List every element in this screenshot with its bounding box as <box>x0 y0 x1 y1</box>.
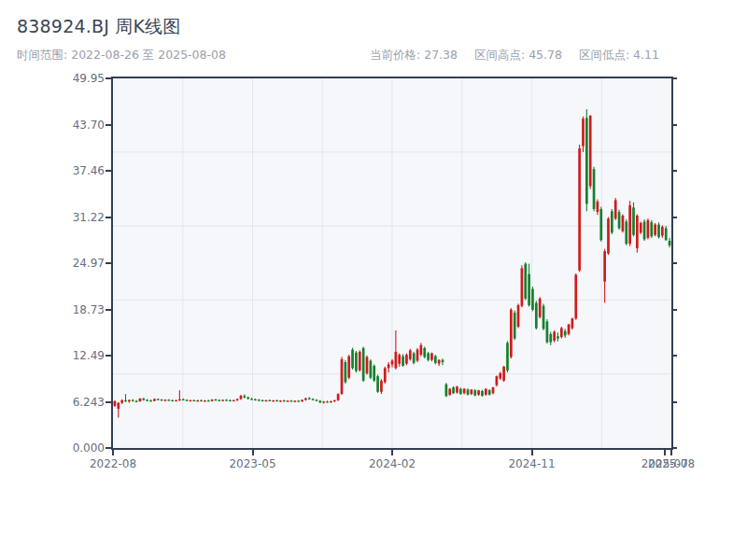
x-tick-mark <box>664 450 666 455</box>
candle-body <box>380 381 383 392</box>
x-tick-mark <box>391 450 393 455</box>
candle-body <box>268 400 271 401</box>
candle-body <box>445 385 448 397</box>
candle-body <box>430 354 433 360</box>
y-tick-label: 31.22 <box>35 211 105 224</box>
candle-body <box>258 399 261 400</box>
candle-body <box>643 221 646 239</box>
candle-body <box>622 216 625 231</box>
candle-body <box>215 399 218 400</box>
y-tick-mark <box>106 262 111 264</box>
candle-body <box>261 400 264 401</box>
candle-body <box>632 207 635 234</box>
y-tick-label: 43.70 <box>35 119 105 132</box>
y-tick-label: 37.46 <box>35 164 105 177</box>
candle-body <box>488 390 491 395</box>
candle-body <box>139 399 142 401</box>
candle-body <box>275 400 278 401</box>
candle-body <box>355 353 358 371</box>
candle-body <box>481 391 484 396</box>
chart-subheader: 时间范围: 2022-08-26 至 2025-08-08 当前价格: 27.3… <box>17 48 730 63</box>
candle-body <box>599 209 602 240</box>
candle-body <box>665 229 668 241</box>
candle-body <box>409 350 412 359</box>
candle-body <box>370 360 373 377</box>
candle-body <box>611 211 613 232</box>
candle-body <box>322 401 325 402</box>
candle-body <box>135 401 138 402</box>
x-tick-label: 2023-05 <box>216 457 290 470</box>
price-summary: 当前价格: 27.38 区间高点: 45.78 区间低点: 4.11 <box>370 48 672 63</box>
candle-body <box>373 366 375 381</box>
candle-body <box>452 387 455 393</box>
candle-body <box>398 355 401 364</box>
page-title: 838924.BJ 周K线图 <box>17 15 181 37</box>
candle-body <box>463 389 466 394</box>
y-tick-mark <box>106 355 111 357</box>
candle-body <box>521 268 524 305</box>
candle-body <box>229 400 232 401</box>
candle-body <box>647 220 650 238</box>
candle-body <box>506 343 509 370</box>
kline-page: 838924.BJ 周K线图 时间范围: 2022-08-26 至 2025-0… <box>0 0 747 560</box>
candle-body <box>456 386 458 392</box>
candle-body <box>535 303 538 329</box>
candle-body <box>543 306 545 329</box>
candle-body <box>614 200 617 218</box>
candle-body <box>157 399 160 400</box>
candle-body <box>250 399 253 399</box>
y-tick-mark <box>106 77 111 79</box>
candle-body <box>395 352 398 368</box>
y-tick-label: 6.243 <box>35 396 105 409</box>
candle-body <box>539 299 542 317</box>
candle-body <box>347 357 350 378</box>
candle-body <box>120 400 123 403</box>
candle-body <box>438 360 441 364</box>
candle-body <box>167 399 170 400</box>
candle-body <box>308 399 311 399</box>
candle-body <box>326 401 329 402</box>
candle-body <box>485 389 487 395</box>
candle-body <box>553 332 556 342</box>
candle-body <box>153 399 156 401</box>
candle-body <box>467 389 470 395</box>
candle-body <box>376 376 379 392</box>
candle-body <box>388 364 390 368</box>
x-tick-label: 2022-08 <box>76 457 150 470</box>
candle-body <box>628 205 631 244</box>
candle-body <box>603 251 606 282</box>
candle-body <box>211 399 214 401</box>
candle-body <box>207 400 210 401</box>
candle-body <box>650 222 653 236</box>
candle-body <box>625 221 627 244</box>
x-tick-mark <box>112 450 114 455</box>
candle-body <box>416 350 419 361</box>
candle-body <box>164 399 167 400</box>
candle-body <box>142 399 145 399</box>
x-tick-label: 2024-02 <box>355 457 430 470</box>
candle-body <box>607 218 610 253</box>
candle-body <box>384 368 387 382</box>
candle-body <box>366 357 369 372</box>
candle-body <box>218 400 220 401</box>
candle-body <box>496 376 499 385</box>
candle-body <box>190 400 192 401</box>
candle-body <box>471 389 473 394</box>
candle-body <box>196 400 199 401</box>
candle-body <box>640 223 642 232</box>
candle-body <box>661 227 664 236</box>
candle-body <box>128 400 131 401</box>
candle-body <box>149 400 152 401</box>
candle-body <box>178 399 181 400</box>
candle-body <box>114 401 117 406</box>
candle-body <box>499 373 501 379</box>
y-tick-mark-right <box>671 447 677 449</box>
candle-body <box>254 399 257 400</box>
candle-body <box>287 400 289 401</box>
candle-body <box>492 387 495 393</box>
candle-body <box>341 359 344 394</box>
candle-body <box>362 348 365 381</box>
y-tick-label: 12.49 <box>35 349 105 362</box>
candle-body <box>528 274 530 305</box>
candle-body <box>337 394 340 400</box>
